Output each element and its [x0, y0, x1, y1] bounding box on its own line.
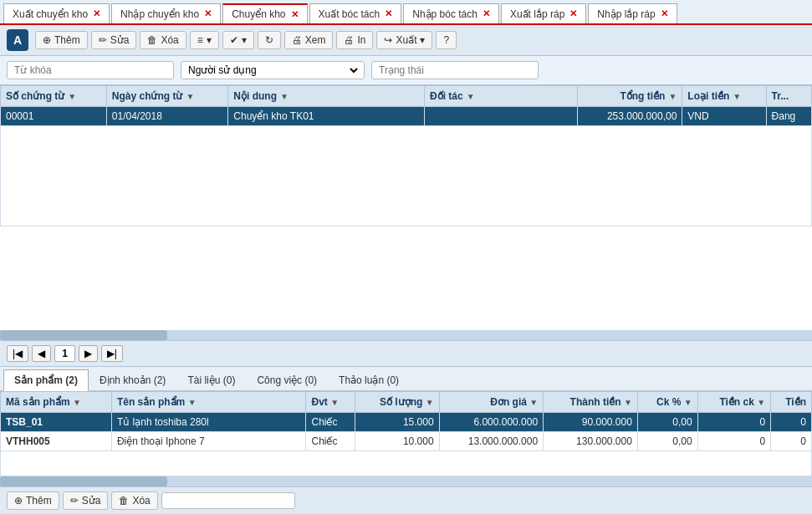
bottom-empty-area [0, 451, 812, 476]
tab-close-icon[interactable]: ✕ [661, 8, 668, 19]
main-scrollbar[interactable] [0, 330, 812, 340]
check-button[interactable]: ✔ ▾ [222, 31, 254, 49]
cell-ma-san-pham: TSB_01 [1, 413, 112, 432]
tab-nhap-lap-rap[interactable]: Nhập lắp ráp✕ [588, 3, 677, 23]
tab-label: Nhập lắp ráp [597, 8, 655, 20]
th-tong-tien: Tổng tiền ▼ [577, 86, 682, 107]
cell-tien-ck: 0 [697, 432, 770, 451]
check-dropdown-icon: ▾ [242, 34, 247, 46]
cell-noi-dung: Chuyển kho TK01 [228, 107, 425, 126]
filter-tt-icon[interactable]: ▼ [624, 398, 632, 407]
tab-close-icon[interactable]: ✕ [385, 8, 392, 19]
tab-close-icon[interactable]: ✕ [291, 9, 299, 20]
filter-dg-icon[interactable]: ▼ [529, 398, 538, 407]
status-input[interactable] [371, 61, 539, 79]
prev-page-button[interactable]: ◀ [32, 345, 51, 362]
filter-tienck-icon[interactable]: ▼ [757, 398, 765, 407]
bottom-tab-dinh-khoan[interactable]: Định khoản (2) [89, 369, 176, 390]
bottom-table-row[interactable]: TSB_01 Tủ lạnh toshiba 280l Chiếc 15.000… [1, 413, 812, 432]
main-scroll-thumb[interactable] [0, 330, 167, 340]
cell-ck-pct: 0,00 [637, 432, 697, 451]
bottom-table-row[interactable]: VTHH005 Điện thoại Iphone 7 Chiếc 10.000… [1, 432, 812, 451]
bottom-add-button[interactable]: ⊕ Thêm [7, 491, 59, 510]
keyword-input[interactable] [7, 61, 174, 79]
user-select[interactable]: Người sử dụng [185, 64, 360, 77]
cell-so-chung-tu: 00001 [1, 107, 107, 126]
toolbar: A ⊕ Thêm ✏ Sửa 🗑 Xóa ≡ ▾ ✔ ▾ ↻ 🖨 Xem 🖨 [0, 25, 812, 56]
bottom-edit-icon: ✏ [70, 495, 79, 506]
bottom-tab-thao-luan[interactable]: Thảo luận (0) [328, 369, 410, 390]
export-button[interactable]: ↪ Xuất ▾ [376, 31, 432, 49]
bottom-scrollbar[interactable] [0, 476, 812, 486]
tab-bar: Xuất chuyển kho✕Nhập chuyển kho✕Chuyển k… [0, 0, 812, 25]
add-button[interactable]: ⊕ Thêm [35, 31, 88, 49]
th-ck-pct: Ck % ▼ [637, 392, 697, 413]
bottom-delete-label: Xóa [132, 495, 150, 506]
bottom-scroll-thumb[interactable] [0, 476, 167, 486]
refresh-button[interactable]: ↻ [258, 31, 281, 49]
filter-dvt-icon[interactable]: ▼ [330, 398, 339, 407]
bottom-table-header-row: Mã sản phẩm ▼ Tên sản phẩm ▼ Đvt ▼ [1, 392, 812, 413]
help-icon: ? [443, 34, 449, 46]
tab-close-icon[interactable]: ✕ [483, 8, 490, 19]
tab-close-icon[interactable]: ✕ [93, 8, 100, 19]
tab-xuat-chuyen-kho[interactable]: Xuất chuyển kho✕ [3, 3, 110, 23]
cell-so-luong: 10.000 [355, 432, 439, 451]
filter-doi-tac-icon[interactable]: ▼ [467, 92, 475, 101]
bottom-toolbar: ⊕ Thêm ✏ Sửa 🗑 Xóa [0, 486, 812, 514]
tab-xuat-boc-tach[interactable]: Xuất bóc tách✕ [309, 3, 402, 23]
next-page-button[interactable]: ▶ [79, 345, 98, 362]
cell-tien-ck: 0 [697, 413, 770, 432]
cell-ten-san-pham: Tủ lạnh toshiba 280l [111, 413, 306, 432]
bottom-table: Mã sản phẩm ▼ Tên sản phẩm ▼ Đvt ▼ [0, 391, 812, 451]
current-page: 1 [54, 345, 75, 362]
tab-close-icon[interactable]: ✕ [204, 8, 212, 19]
bottom-edit-button[interactable]: ✏ Sửa [63, 491, 109, 510]
tab-xuat-lap-rap[interactable]: Xuất lắp ráp✕ [501, 3, 586, 23]
edit-button[interactable]: ✏ Sửa [91, 31, 137, 49]
view-button[interactable]: 🖨 Xem [284, 31, 334, 49]
th-loai-tien: Loại tiền ▼ [682, 86, 766, 107]
filter-ngay-chung-tu-icon[interactable]: ▼ [186, 92, 194, 101]
th-tien: Tiền [771, 392, 812, 413]
cell-don-gia: 6.000.000.000 [439, 413, 544, 432]
th-so-luong: Số lượng ▼ [355, 392, 439, 413]
table-row[interactable]: 00001 01/04/2018 Chuyển kho TK01 253.000… [1, 107, 812, 126]
bottom-delete-button[interactable]: 🗑 Xóa [111, 491, 157, 510]
cell-tien: 0 [771, 413, 812, 432]
tab-close-icon[interactable]: ✕ [569, 8, 577, 19]
bottom-tab-cong-viec[interactable]: Công việc (0) [246, 369, 328, 390]
filter-loai-tien-icon[interactable]: ▼ [733, 92, 741, 101]
delete-button[interactable]: 🗑 Xóa [140, 31, 186, 49]
filter-ma-sp-icon[interactable]: ▼ [73, 398, 81, 407]
bottom-tab-tai-lieu[interactable]: Tài liệu (0) [176, 369, 246, 390]
bottom-tab-san-pham[interactable]: Sản phẩm (2) [3, 369, 89, 391]
cell-loai-tien: VND [682, 107, 766, 126]
filter-sl-icon[interactable]: ▼ [426, 398, 434, 407]
tab-nhap-chuyen-kho[interactable]: Nhập chuyển kho✕ [111, 3, 221, 23]
filter-noi-dung-icon[interactable]: ▼ [280, 92, 289, 101]
cell-doi-tac [425, 107, 578, 126]
bottom-tab-bar: Sản phẩm (2)Định khoản (2)Tài liệu (0)Cô… [0, 366, 812, 391]
last-page-button[interactable]: ▶| [101, 345, 123, 362]
cell-ma-san-pham: VTHH005 [1, 432, 112, 451]
cell-ngay-chung-tu: 01/04/2018 [106, 107, 228, 126]
menu-icon: ≡ [197, 34, 203, 46]
tab-chuyen-kho[interactable]: Chuyển kho✕ [222, 3, 307, 23]
print-button[interactable]: 🖨 In [336, 31, 373, 49]
tab-nhap-boc-tach[interactable]: Nhập bóc tách✕ [403, 3, 499, 23]
bottom-search-input[interactable] [161, 492, 295, 509]
filter-ten-sp-icon[interactable]: ▼ [188, 398, 197, 407]
filter-tong-tien-icon[interactable]: ▼ [668, 92, 677, 101]
trash-icon: 🗑 [147, 34, 157, 46]
filter-so-chung-tu-icon[interactable]: ▼ [68, 92, 76, 101]
menu-button[interactable]: ≡ ▾ [190, 31, 219, 49]
th-ma-san-pham: Mã sản phẩm ▼ [1, 392, 112, 413]
empty-area [0, 126, 812, 226]
first-page-button[interactable]: |◀ [7, 345, 28, 362]
main-table-container: Số chứng từ ▼ Ngày chứng từ ▼ Nội dung [0, 85, 812, 330]
th-noi-dung: Nội dung ▼ [228, 86, 425, 107]
print-label: In [357, 34, 365, 46]
help-button[interactable]: ? [436, 31, 457, 49]
filter-ck-icon[interactable]: ▼ [684, 398, 692, 407]
